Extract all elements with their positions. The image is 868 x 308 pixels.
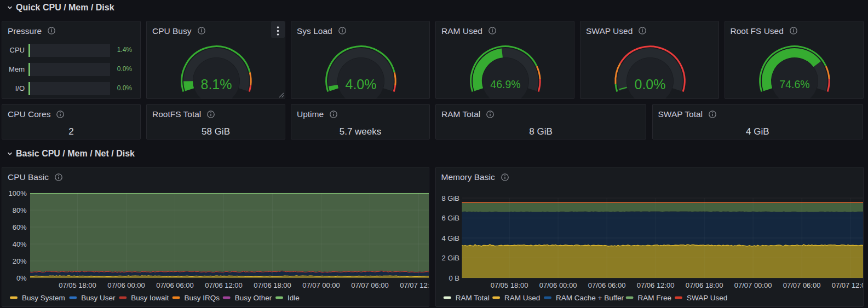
svg-text:07/06 12:00: 07/06 12:00 xyxy=(205,281,243,289)
svg-text:RAM Free: RAM Free xyxy=(637,294,671,302)
svg-text:07/07 06:00: 07/07 06:00 xyxy=(351,281,389,289)
svg-text:RAM Used: RAM Used xyxy=(504,294,540,302)
svg-text:0%: 0% xyxy=(16,274,27,282)
svg-text:20%: 20% xyxy=(13,257,27,265)
svg-text:0.0%: 0.0% xyxy=(635,76,666,91)
svg-text:07/06 00:00: 07/06 00:00 xyxy=(107,281,145,289)
svg-text:Busy Other: Busy Other xyxy=(235,294,272,302)
svg-text:6 GiB: 6 GiB xyxy=(441,214,459,222)
svg-text:60%: 60% xyxy=(13,223,27,231)
svg-text:07/05 18:00: 07/05 18:00 xyxy=(59,281,96,289)
svg-text:SWAP Used: SWAP Used xyxy=(687,294,727,302)
svg-text:Busy IRQs: Busy IRQs xyxy=(185,294,220,302)
svg-text:4 GiB: 4 GiB xyxy=(441,234,459,242)
svg-text:RAM Cache + Buffer: RAM Cache + Buffer xyxy=(556,294,624,302)
svg-text:46.9%: 46.9% xyxy=(490,78,520,90)
svg-text:07/07 12:00: 07/07 12:00 xyxy=(831,281,864,289)
svg-text:07/06 00:00: 07/06 00:00 xyxy=(539,281,577,289)
svg-text:07/06 18:00: 07/06 18:00 xyxy=(254,281,291,289)
svg-text:07/06 12:00: 07/06 12:00 xyxy=(636,281,674,289)
svg-text:Busy User: Busy User xyxy=(81,294,116,302)
svg-text:07/06 18:00: 07/06 18:00 xyxy=(685,281,723,289)
svg-text:07/07 00:00: 07/07 00:00 xyxy=(734,281,772,289)
svg-text:0 B: 0 B xyxy=(449,274,459,282)
svg-text:8 GiB: 8 GiB xyxy=(441,194,459,202)
svg-text:74.6%: 74.6% xyxy=(779,78,809,90)
svg-text:07/05 18:00: 07/05 18:00 xyxy=(490,281,528,289)
svg-text:4.0%: 4.0% xyxy=(346,76,377,91)
svg-text:RAM Total: RAM Total xyxy=(455,294,489,302)
svg-text:100%: 100% xyxy=(8,189,27,197)
svg-text:Busy System: Busy System xyxy=(22,294,65,302)
svg-text:8.1%: 8.1% xyxy=(201,76,232,91)
svg-text:Busy Iowait: Busy Iowait xyxy=(131,294,169,302)
svg-text:Idle: Idle xyxy=(288,294,300,302)
svg-text:40%: 40% xyxy=(13,240,27,248)
svg-text:07/06 06:00: 07/06 06:00 xyxy=(588,281,625,289)
svg-text:2 GiB: 2 GiB xyxy=(441,254,459,262)
svg-text:07/07 06:00: 07/07 06:00 xyxy=(783,281,820,289)
svg-text:07/07 00:00: 07/07 00:00 xyxy=(302,281,340,289)
svg-text:80%: 80% xyxy=(13,206,27,214)
svg-text:07/07 12:00: 07/07 12:00 xyxy=(400,281,429,289)
svg-text:07/06 06:00: 07/06 06:00 xyxy=(156,281,194,289)
